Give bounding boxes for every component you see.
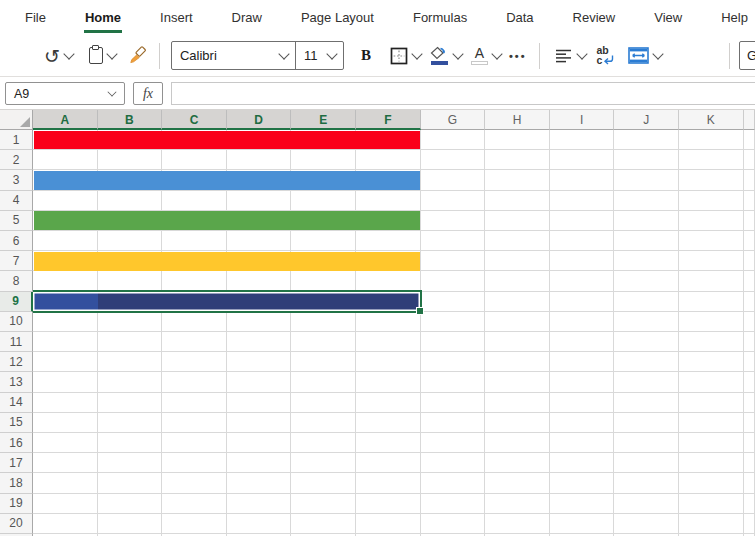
cell[interactable] xyxy=(421,170,486,190)
cell[interactable] xyxy=(485,211,550,231)
cell[interactable] xyxy=(485,332,550,352)
cell[interactable] xyxy=(550,251,615,271)
cell[interactable] xyxy=(291,150,356,170)
cell[interactable] xyxy=(485,352,550,372)
row-header-14[interactable]: 14 xyxy=(0,393,33,413)
fill-color-button[interactable] xyxy=(430,46,462,65)
row-header-20[interactable]: 20 xyxy=(0,514,33,534)
cell[interactable] xyxy=(744,170,755,190)
cell[interactable] xyxy=(744,393,755,413)
cell[interactable] xyxy=(550,372,615,392)
row-header-5[interactable]: 5 xyxy=(0,211,33,231)
column-header-D[interactable]: D xyxy=(227,110,292,130)
tab-help[interactable]: Help xyxy=(720,0,749,35)
cell[interactable] xyxy=(550,413,615,433)
cell[interactable] xyxy=(227,332,292,352)
cell[interactable] xyxy=(485,494,550,514)
borders-button[interactable] xyxy=(390,47,421,65)
chevron-down-icon[interactable] xyxy=(452,48,463,59)
cell[interactable] xyxy=(614,231,679,251)
cell[interactable] xyxy=(614,150,679,170)
cell[interactable] xyxy=(421,352,486,372)
cell[interactable] xyxy=(227,433,292,453)
cell[interactable] xyxy=(98,231,163,251)
cell[interactable] xyxy=(550,191,615,211)
row-header-8[interactable]: 8 xyxy=(0,271,33,291)
cell[interactable] xyxy=(356,494,421,514)
cell[interactable] xyxy=(421,231,486,251)
cell[interactable] xyxy=(485,453,550,473)
cell[interactable] xyxy=(227,271,292,291)
cell[interactable] xyxy=(98,514,163,534)
cell[interactable] xyxy=(291,372,356,392)
cell[interactable] xyxy=(421,251,486,271)
cell[interactable] xyxy=(614,312,679,332)
row-header-16[interactable]: 16 xyxy=(0,433,33,453)
cell[interactable] xyxy=(679,413,744,433)
tab-home[interactable]: Home xyxy=(84,0,122,35)
row-header-9[interactable]: 9 xyxy=(0,292,33,312)
row-header-11[interactable]: 11 xyxy=(0,332,33,352)
cell[interactable] xyxy=(744,413,755,433)
cell[interactable] xyxy=(485,231,550,251)
cell[interactable] xyxy=(421,393,486,413)
cell[interactable] xyxy=(227,453,292,473)
row-header-12[interactable]: 12 xyxy=(0,352,33,372)
bold-button[interactable]: B xyxy=(361,47,371,64)
cell[interactable] xyxy=(614,170,679,190)
cell[interactable] xyxy=(291,473,356,493)
column-header-E[interactable]: E xyxy=(291,110,356,130)
row-header-17[interactable]: 17 xyxy=(0,453,33,473)
row-header-18[interactable]: 18 xyxy=(0,473,33,493)
cell[interactable] xyxy=(421,191,486,211)
cell[interactable] xyxy=(227,191,292,211)
column-header-J[interactable]: J xyxy=(614,110,679,130)
format-painter-button[interactable] xyxy=(129,46,148,65)
cell[interactable] xyxy=(162,494,227,514)
cell[interactable] xyxy=(485,130,550,150)
more-options-button[interactable]: ••• xyxy=(509,50,527,62)
row-header-1[interactable]: 1 xyxy=(0,130,33,150)
cell[interactable] xyxy=(291,494,356,514)
cell[interactable] xyxy=(614,332,679,352)
chevron-down-icon[interactable] xyxy=(278,48,289,59)
select-all-corner[interactable] xyxy=(0,110,33,130)
cell[interactable] xyxy=(421,211,486,231)
cell[interactable] xyxy=(679,393,744,413)
tab-draw[interactable]: Draw xyxy=(231,0,263,35)
cell[interactable] xyxy=(485,170,550,190)
cell[interactable] xyxy=(227,514,292,534)
cell[interactable] xyxy=(162,393,227,413)
cell[interactable] xyxy=(162,413,227,433)
cell[interactable] xyxy=(356,332,421,352)
font-name-select[interactable]: Calibri xyxy=(172,48,280,63)
undo-button[interactable]: ↺ xyxy=(44,47,73,65)
cell[interactable] xyxy=(744,191,755,211)
cell[interactable] xyxy=(421,130,486,150)
column-header-I[interactable]: I xyxy=(550,110,615,130)
cell[interactable] xyxy=(614,514,679,534)
cell[interactable] xyxy=(227,231,292,251)
chevron-down-icon[interactable] xyxy=(491,48,502,59)
cell[interactable] xyxy=(614,130,679,150)
cell[interactable] xyxy=(485,433,550,453)
cell[interactable] xyxy=(227,413,292,433)
cell[interactable] xyxy=(421,292,486,312)
cell[interactable] xyxy=(421,332,486,352)
cell[interactable] xyxy=(162,231,227,251)
chevron-down-icon[interactable] xyxy=(326,48,337,59)
cell[interactable] xyxy=(291,332,356,352)
cell[interactable] xyxy=(550,393,615,413)
cell[interactable] xyxy=(356,393,421,413)
cell[interactable] xyxy=(162,372,227,392)
cell[interactable] xyxy=(356,312,421,332)
column-header-K[interactable]: K xyxy=(679,110,744,130)
row-header-15[interactable]: 15 xyxy=(0,413,33,433)
cell[interactable] xyxy=(744,231,755,251)
cell[interactable] xyxy=(356,231,421,251)
cell[interactable] xyxy=(485,150,550,170)
cell[interactable] xyxy=(679,514,744,534)
cell[interactable] xyxy=(162,150,227,170)
cell[interactable] xyxy=(744,514,755,534)
cell[interactable] xyxy=(162,473,227,493)
